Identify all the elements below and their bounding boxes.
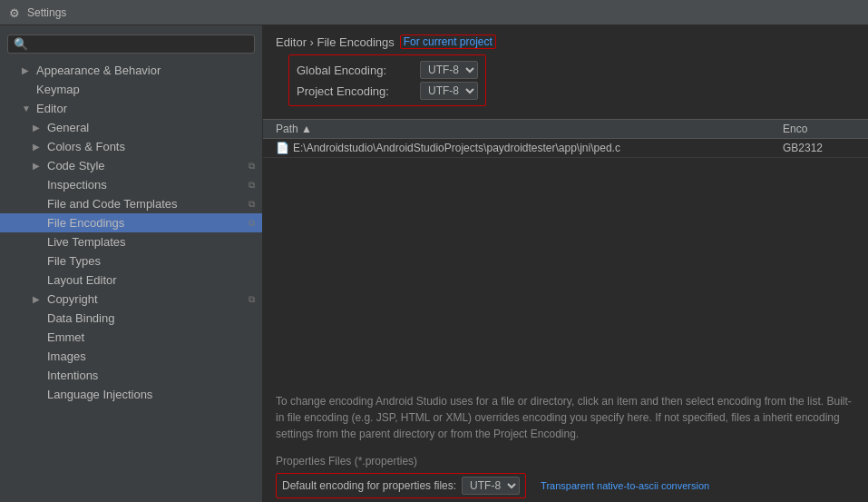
copy-icon: ⧉ bbox=[249, 161, 255, 172]
search-icon: 🔍 bbox=[14, 37, 28, 51]
search-input[interactable] bbox=[32, 38, 249, 51]
sidebar-item-label: Copyright bbox=[47, 292, 245, 306]
sidebar-item-label: File and Code Templates bbox=[47, 197, 245, 211]
arrow-icon: ▶ bbox=[33, 142, 44, 152]
sidebar-item-live-templates[interactable]: Live Templates bbox=[0, 232, 262, 251]
sidebar-item-editor[interactable]: ▼ Editor bbox=[0, 99, 262, 118]
encoding-settings-wrapper: Global Encoding: UTF-8 Project Encoding:… bbox=[263, 54, 868, 115]
sidebar-item-copyright[interactable]: ▶ Copyright ⧉ bbox=[0, 290, 262, 309]
arrow-icon: ▶ bbox=[33, 123, 44, 133]
sidebar-item-label: Emmet bbox=[47, 330, 255, 344]
properties-title: Properties Files (*.properties) bbox=[276, 455, 855, 468]
sidebar-item-general[interactable]: ▶ General bbox=[0, 118, 262, 137]
default-encoding-select[interactable]: UTF-8 bbox=[462, 477, 520, 495]
content-area: Editor › File Encodings For current proj… bbox=[263, 25, 868, 502]
table-header: Path ▲ Enco bbox=[263, 119, 868, 139]
file-icon: 📄 bbox=[276, 142, 289, 154]
arrow-icon: ▶ bbox=[33, 294, 44, 304]
sidebar-item-label: Colors & Fonts bbox=[47, 140, 255, 153]
sidebar-item-label: Live Templates bbox=[47, 235, 255, 249]
global-encoding-label: Global Encoding: bbox=[297, 64, 414, 77]
sidebar-item-emmet[interactable]: Emmet bbox=[0, 328, 262, 347]
properties-row: Default encoding for properties files: U… bbox=[276, 473, 855, 498]
sidebar-item-label: Editor bbox=[36, 102, 255, 115]
global-encoding-select[interactable]: UTF-8 bbox=[420, 61, 478, 79]
sidebar-item-label: General bbox=[47, 121, 255, 134]
copy-icon: ⧉ bbox=[249, 180, 255, 191]
copy-icon: ⧉ bbox=[249, 199, 255, 210]
settings-icon: ⚙ bbox=[9, 6, 22, 19]
main-container: 🔍 ▶ Appearance & Behavior Keymap ▼ Edito… bbox=[0, 25, 868, 502]
encoding-column-header[interactable]: Enco bbox=[783, 123, 855, 135]
sidebar: 🔍 ▶ Appearance & Behavior Keymap ▼ Edito… bbox=[0, 25, 263, 502]
sidebar-item-label: Layout Editor bbox=[47, 273, 255, 287]
sidebar-item-label: File Types bbox=[47, 254, 255, 268]
project-encoding-select[interactable]: UTF-8 bbox=[420, 82, 478, 100]
sidebar-item-label: Language Injections bbox=[47, 388, 255, 401]
properties-label-box: Default encoding for properties files: U… bbox=[276, 473, 526, 498]
sidebar-item-label: Inspections bbox=[47, 178, 245, 192]
content-header: Editor › File Encodings For current proj… bbox=[263, 25, 868, 54]
path-cell: 📄 E:\Androidstudio\AndroidStudioProjects… bbox=[276, 142, 783, 154]
arrow-icon: ▶ bbox=[22, 65, 33, 75]
title-bar-text: Settings bbox=[27, 6, 66, 19]
sidebar-item-file-encodings[interactable]: File Encodings ⧉ bbox=[0, 213, 262, 232]
copy-icon: ⧉ bbox=[249, 294, 255, 305]
title-bar: ⚙ Settings bbox=[0, 0, 868, 25]
default-encoding-label: Default encoding for properties files: bbox=[282, 479, 456, 492]
sidebar-item-appearance[interactable]: ▶ Appearance & Behavior bbox=[0, 61, 262, 80]
info-text: To change encoding Android Studio uses f… bbox=[263, 386, 868, 449]
sidebar-item-label: Appearance & Behavior bbox=[36, 64, 255, 77]
arrow-icon: ▶ bbox=[33, 161, 44, 171]
project-encoding-row: Project Encoding: UTF-8 bbox=[297, 82, 478, 100]
sidebar-item-code-style[interactable]: ▶ Code Style ⧉ bbox=[0, 156, 262, 175]
sidebar-item-language-injections[interactable]: Language Injections bbox=[0, 385, 262, 404]
sidebar-item-file-code-templates[interactable]: File and Code Templates ⧉ bbox=[0, 194, 262, 213]
sidebar-item-label: Images bbox=[47, 349, 255, 363]
table-body: 📄 E:\Androidstudio\AndroidStudioProjects… bbox=[263, 139, 868, 386]
sidebar-item-intentions[interactable]: Intentions bbox=[0, 366, 262, 385]
encoding-settings-box: Global Encoding: UTF-8 Project Encoding:… bbox=[288, 54, 486, 106]
sidebar-item-keymap[interactable]: Keymap bbox=[0, 80, 262, 99]
sidebar-item-file-types[interactable]: File Types bbox=[0, 251, 262, 271]
copy-icon: ⧉ bbox=[249, 218, 255, 229]
sidebar-item-colors-fonts[interactable]: ▶ Colors & Fonts bbox=[0, 137, 262, 156]
sidebar-item-label: File Encodings bbox=[47, 216, 245, 230]
sidebar-item-label: Keymap bbox=[36, 83, 255, 96]
sidebar-item-label: Code Style bbox=[47, 159, 245, 172]
sidebar-item-inspections[interactable]: Inspections ⧉ bbox=[0, 175, 262, 194]
encoding-cell: GB2312 bbox=[783, 142, 855, 154]
search-box[interactable]: 🔍 bbox=[7, 34, 255, 54]
global-encoding-row: Global Encoding: UTF-8 bbox=[297, 61, 478, 79]
sidebar-item-images[interactable]: Images bbox=[0, 347, 262, 366]
current-project-link[interactable]: For current project bbox=[400, 34, 496, 49]
sidebar-item-label: Data Binding bbox=[47, 311, 255, 325]
path-column-header[interactable]: Path ▲ bbox=[276, 123, 783, 135]
properties-section: Properties Files (*.properties) Default … bbox=[263, 449, 868, 502]
sidebar-item-label: Intentions bbox=[47, 369, 255, 382]
breadcrumb: Editor › File Encodings bbox=[276, 35, 395, 49]
arrow-icon: ▼ bbox=[22, 103, 33, 113]
table-row[interactable]: 📄 E:\Androidstudio\AndroidStudioProjects… bbox=[263, 139, 868, 158]
transparent-text: Transparent native-to-ascii conversion bbox=[541, 480, 709, 491]
sidebar-item-layout-editor[interactable]: Layout Editor bbox=[0, 271, 262, 290]
project-encoding-label: Project Encoding: bbox=[297, 84, 414, 98]
sidebar-item-data-binding[interactable]: Data Binding bbox=[0, 309, 262, 328]
